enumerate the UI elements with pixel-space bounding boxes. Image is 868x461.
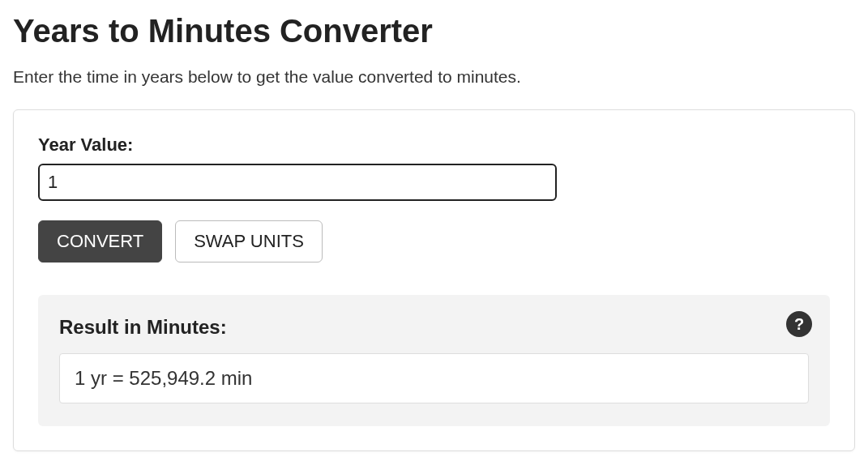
result-panel: ? Result in Minutes: 1 yr = 525,949.2 mi… bbox=[38, 295, 830, 426]
page-title: Years to Minutes Converter bbox=[13, 13, 855, 49]
swap-units-button[interactable]: SWAP UNITS bbox=[175, 220, 323, 263]
year-value-input[interactable] bbox=[38, 164, 557, 201]
page-description: Enter the time in years below to get the… bbox=[13, 67, 855, 87]
button-row: CONVERT SWAP UNITS bbox=[38, 220, 830, 263]
help-icon[interactable]: ? bbox=[786, 311, 812, 337]
convert-button[interactable]: CONVERT bbox=[38, 220, 162, 263]
result-value: 1 yr = 525,949.2 min bbox=[59, 353, 809, 403]
input-label: Year Value: bbox=[38, 134, 830, 156]
converter-card: Year Value: CONVERT SWAP UNITS ? Result … bbox=[13, 109, 855, 451]
result-label: Result in Minutes: bbox=[59, 316, 809, 339]
